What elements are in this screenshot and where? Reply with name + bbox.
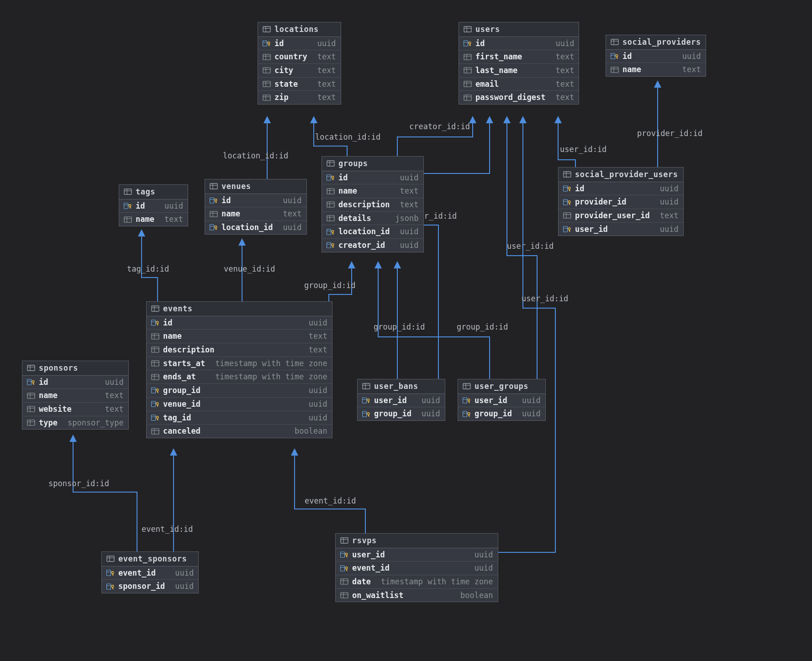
column-row[interactable]: nametext [205,207,306,221]
col-icon [27,393,35,399]
column-row[interactable]: starts_attimestamp with time zone [147,357,332,371]
column-row[interactable]: iduuid [119,199,188,213]
table-users[interactable]: usersiduuidfirst_nametextlast_nametextem… [459,22,579,105]
table-header[interactable]: events [147,302,332,316]
col-icon [464,81,472,87]
column-row[interactable]: user_iduuid [336,548,498,562]
table-locations[interactable]: locationsiduuidcountrytextcitytextstatet… [258,22,341,105]
column-row[interactable]: emailtext [459,78,579,91]
column-row[interactable]: event_iduuid [336,561,498,575]
column-row[interactable]: nametext [147,330,332,343]
column-row[interactable]: first_nametext [459,50,579,64]
table-header[interactable]: user_bans [358,379,445,394]
table-social_provider_users[interactable]: social_provider_usersiduuidprovider_iduu… [558,167,684,236]
table-header[interactable]: locations [258,22,341,37]
column-type: uuid [277,196,302,205]
column-name: name [136,215,154,224]
erd-canvas: location_id:idlocation_id:idcreator_id:i… [0,0,812,661]
column-row[interactable]: nametext [22,389,128,403]
table-rsvps[interactable]: rsvpsuser_iduuidevent_iduuiddatetimestam… [335,533,498,602]
table-user_bans[interactable]: user_bansuser_iduuidgroup_iduuid [357,379,445,421]
table-tags[interactable]: tagsiduuidnametext [119,184,188,226]
column-row[interactable]: citytext [258,64,341,78]
table-header[interactable]: groups [322,157,423,171]
column-row[interactable]: iduuid [22,376,128,389]
fk-icon [362,397,370,404]
column-row[interactable]: on_waitlistboolean [336,589,498,602]
column-name: name [39,391,58,400]
pk-icon [124,203,132,209]
table-icon [327,160,335,167]
table-icon [106,556,115,562]
column-row[interactable]: detailsjsonb [322,212,423,226]
column-name: state [274,80,298,89]
column-name: website [39,405,72,414]
column-row[interactable]: typesponsor_type [22,416,128,430]
column-row[interactable]: iduuid [606,50,706,63]
column-row[interactable]: datetimestamp with time zone [336,575,498,589]
column-row[interactable]: nametext [606,63,706,76]
column-row[interactable]: group_iduuid [147,384,332,398]
column-row[interactable]: user_iduuid [358,394,445,408]
table-sponsors[interactable]: sponsorsiduuidnametextwebsitetexttypespo… [22,361,129,430]
table-header[interactable]: user_groups [458,379,545,394]
column-row[interactable]: event_iduuid [102,567,198,580]
column-row[interactable]: user_iduuid [458,394,545,408]
column-row[interactable]: iduuid [559,182,683,196]
table-icon [362,383,370,389]
table-name: users [475,25,500,34]
table-events[interactable]: eventsiduuidnametextdescriptiontextstart… [146,301,332,438]
table-header[interactable]: social_providers [606,35,706,50]
table-header[interactable]: users [459,22,579,37]
column-type: uuid [169,582,194,591]
column-row[interactable]: user_iduuid [559,223,683,236]
column-row[interactable]: tag_iduuid [147,411,332,425]
column-row[interactable]: descriptiontext [147,343,332,357]
column-row[interactable]: provider_user_idtext [559,209,683,223]
table-header[interactable]: sponsors [22,361,128,376]
column-type: boolean [288,427,327,435]
column-row[interactable]: descriptiontext [322,198,423,212]
column-row[interactable]: group_iduuid [358,407,445,420]
table-venues[interactable]: venuesiduuidnametextlocation_iduuid [205,179,307,235]
table-social_providers[interactable]: social_providersiduuidnametext [606,35,706,77]
column-name: tag_id [163,414,191,422]
column-row[interactable]: statetext [258,78,341,91]
column-row[interactable]: ends_attimestamp with time zone [147,370,332,384]
table-icon [210,183,218,189]
column-row[interactable]: nametext [322,184,423,198]
column-row[interactable]: location_iduuid [322,225,423,239]
column-row[interactable]: creator_iduuid [322,239,423,252]
table-header[interactable]: event_sponsors [102,552,198,567]
table-user_groups[interactable]: user_groupsuser_iduuidgroup_iduuid [458,379,546,421]
column-row[interactable]: iduuid [322,171,423,185]
column-row[interactable]: sponsor_iduuid [102,580,198,593]
column-row[interactable]: group_iduuid [458,407,545,420]
table-name: venues [221,182,251,191]
column-row[interactable]: last_nametext [459,64,579,78]
column-row[interactable]: venue_iduuid [147,398,332,411]
column-row[interactable]: iduuid [147,316,332,330]
table-groups[interactable]: groupsiduuidnametextdescriptiontextdetai… [322,156,424,252]
column-type: uuid [311,39,336,48]
column-row[interactable]: websitetext [22,403,128,416]
column-row[interactable]: iduuid [258,37,341,51]
column-row[interactable]: canceledboolean [147,425,332,438]
table-header[interactable]: venues [205,179,306,194]
column-row[interactable]: nametext [119,213,188,226]
table-header[interactable]: social_provider_users [559,168,683,182]
column-row[interactable]: countrytext [258,50,341,64]
column-type: uuid [468,564,493,572]
relationship-edge [507,120,537,379]
fk-icon [106,570,115,576]
column-row[interactable]: provider_iduuid [559,195,683,209]
column-row[interactable]: iduuid [205,194,306,208]
column-row[interactable]: password_digesttext [459,91,579,104]
table-header[interactable]: tags [119,185,188,199]
column-row[interactable]: iduuid [459,37,579,51]
table-header[interactable]: rsvps [336,534,498,548]
column-row[interactable]: location_iduuid [205,221,306,234]
column-row[interactable]: ziptext [258,91,341,104]
table-event_sponsors[interactable]: event_sponsorsevent_iduuidsponsor_iduuid [101,551,199,593]
column-name: user_id [352,551,385,559]
